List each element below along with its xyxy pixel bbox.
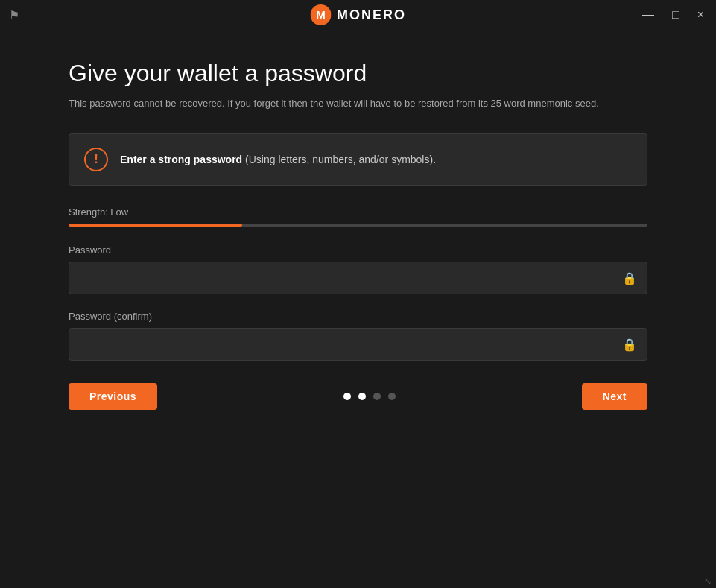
password-input[interactable] [69,262,647,294]
previous-button[interactable]: Previous [69,383,157,410]
alert-text: Enter a strong password (Using letters, … [120,154,436,165]
password-label: Password [69,244,647,256]
alert-text-bold: Enter a strong password [120,154,242,165]
password-confirm-input[interactable] [69,328,647,361]
password-confirm-field-wrapper: 🔒 [69,328,647,361]
alert-box: ! Enter a strong password (Using letters… [69,133,647,186]
page-description: This password cannot be recovered. If yo… [69,96,635,111]
next-button[interactable]: Next [582,383,647,410]
alert-text-normal: (Using letters, numbers, and/or symbols)… [242,154,436,165]
lock-icon: 🔒 [622,271,637,285]
flag-icon: ⚑ [9,8,19,22]
dot-4 [388,393,396,400]
maximize-button[interactable]: □ [669,6,682,24]
page-dots [343,393,396,400]
titlebar: ⚑ M MONERO — □ × [0,0,716,30]
dot-2 [358,393,366,400]
svg-text:M: M [316,8,326,21]
warning-icon: ! [84,148,108,171]
strength-bar-container [69,224,647,227]
close-button[interactable]: × [694,6,707,24]
titlebar-controls: — □ × [639,6,707,24]
password-field-wrapper: 🔒 [69,262,647,294]
resize-handle-icon[interactable]: ⤡ [704,576,713,585]
app-title: MONERO [337,7,406,23]
navigation: Previous Next [69,383,647,410]
main-content: Give your wallet a password This passwor… [0,30,716,440]
monero-logo-icon: M [310,4,331,25]
page-title: Give your wallet a password [69,60,647,87]
minimize-button[interactable]: — [639,6,657,24]
dot-1 [343,393,351,400]
password-confirm-label: Password (confirm) [69,311,647,322]
strength-label: Strength: Low [69,206,647,218]
titlebar-center: M MONERO [310,4,406,25]
lock-confirm-icon: 🔒 [622,337,637,351]
titlebar-left: ⚑ [9,8,19,22]
dot-3 [373,393,381,400]
strength-bar-fill [69,224,242,227]
